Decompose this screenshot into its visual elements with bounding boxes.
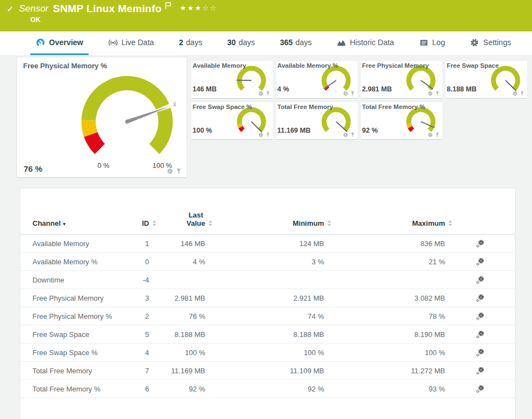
tab-settings[interactable]: Settings bbox=[464, 31, 517, 55]
gauge-title: Total Free Memory % bbox=[362, 104, 425, 110]
channel-settings-icon[interactable] bbox=[475, 348, 485, 357]
table-row-available-memory: Available Memory1146 MB124 MB836 MB bbox=[20, 235, 515, 253]
channel-name[interactable]: Free Swap Space % bbox=[20, 349, 119, 357]
channel-settings-icon[interactable] bbox=[475, 239, 485, 248]
channel-settings-icon[interactable] bbox=[475, 384, 485, 394]
tab-historic-data[interactable]: Historic Data bbox=[331, 31, 399, 55]
tab-label: Live Data bbox=[122, 38, 154, 47]
tab-label: days bbox=[239, 38, 255, 47]
channel-settings-icon[interactable] bbox=[475, 312, 485, 321]
gear-icon bbox=[470, 38, 479, 47]
maximum-value: 3.082 MB bbox=[324, 294, 445, 302]
gauge-title: Available Memory % bbox=[277, 62, 338, 69]
tab-days[interactable]: 2days bbox=[173, 31, 207, 55]
priority-star-rating[interactable]: ★★★☆☆ bbox=[180, 4, 217, 12]
tab-label: days bbox=[186, 38, 202, 47]
channel-settings-icon[interactable] bbox=[475, 293, 485, 303]
sort-direction-icon: ▾ bbox=[63, 221, 65, 227]
channel-name[interactable]: Available Memory bbox=[20, 240, 119, 248]
gauge-cell-free-swap-space: Free Swap Space8.188 MB bbox=[446, 61, 527, 99]
gauge-pin-icon[interactable] bbox=[350, 91, 355, 96]
row-actions bbox=[445, 311, 515, 320]
column-header-id[interactable]: ID bbox=[119, 219, 149, 227]
column-header-minimum[interactable]: Minimum bbox=[205, 219, 324, 227]
gauge-title: Total Free Memory bbox=[277, 104, 333, 110]
table-row-total-free-memory-: Total Free Memory %692 %92 %93 % bbox=[20, 380, 515, 398]
row-actions bbox=[445, 238, 515, 248]
tab-label: Settings bbox=[483, 38, 511, 47]
gauge-pin-icon[interactable] bbox=[175, 168, 182, 175]
channel-id: 2 bbox=[119, 312, 149, 320]
gauge-settings-gear-icon[interactable] bbox=[258, 91, 264, 96]
channel-id: 0 bbox=[119, 258, 149, 266]
gauge-settings-gear-icon[interactable] bbox=[258, 132, 264, 138]
gauge-settings-gear-icon[interactable] bbox=[343, 132, 348, 138]
gauge-cell-available-memory-: Available Memory %4 % bbox=[276, 61, 358, 99]
channel-name[interactable]: Total Free Memory % bbox=[20, 385, 119, 393]
column-label: LastValue bbox=[187, 211, 205, 227]
column-label: Channel bbox=[32, 219, 61, 227]
sort-caret-icon bbox=[151, 220, 157, 227]
column-header-last-value[interactable]: LastValue bbox=[149, 211, 205, 227]
channel-name[interactable]: Available Memory % bbox=[20, 258, 119, 266]
channel-settings-icon[interactable] bbox=[475, 257, 485, 266]
channel-gauge-grid: Available Memory146 MBAvailable Memory %… bbox=[191, 61, 527, 140]
channel-name[interactable]: Free Physical Memory % bbox=[20, 312, 119, 320]
gauge-settings-gear-icon[interactable] bbox=[427, 132, 433, 138]
gauge-value: 2.981 MB bbox=[362, 85, 392, 93]
maximum-value: 100 % bbox=[324, 349, 445, 357]
channel-id: 4 bbox=[119, 349, 149, 357]
gauge-pin-icon[interactable] bbox=[519, 91, 525, 96]
channel-name[interactable]: Downtime bbox=[20, 276, 119, 284]
gauge-pin-icon[interactable] bbox=[435, 91, 440, 96]
tab-days[interactable]: 30days bbox=[222, 31, 260, 55]
average-marker: x̄ bbox=[173, 101, 177, 108]
channel-name[interactable]: Free Physical Memory bbox=[20, 294, 119, 302]
gauge-settings-gear-icon[interactable] bbox=[343, 91, 348, 96]
channel-table-header: Channel▾IDLastValueMinimumMaximum bbox=[20, 188, 515, 235]
gauge-cell-available-memory: Available Memory146 MB bbox=[191, 61, 273, 99]
last-value: 8.188 MB bbox=[149, 330, 205, 339]
page-title: SNMP Linux Meminfo bbox=[53, 3, 161, 15]
channel-settings-icon[interactable] bbox=[475, 275, 485, 285]
gauge-cell-total-free-memory-: Total Free Memory %92 % bbox=[361, 102, 442, 140]
gauge-cell-total-free-memory: Total Free Memory11.169 MB bbox=[276, 102, 358, 140]
table-row-available-memory-: Available Memory %04 %3 %21 % bbox=[20, 253, 515, 271]
channel-settings-icon[interactable] bbox=[475, 366, 485, 376]
gauge-title: Free Physical Memory bbox=[362, 62, 429, 69]
tab-label: Overview bbox=[49, 38, 83, 47]
gauge-settings-gear-icon[interactable] bbox=[167, 168, 173, 175]
minimum-value: 100 % bbox=[205, 349, 324, 357]
column-label: Maximum bbox=[412, 219, 445, 227]
tab-log[interactable]: Log bbox=[414, 31, 451, 55]
column-header-maximum[interactable]: Maximum bbox=[324, 219, 445, 227]
channel-settings-icon[interactable] bbox=[475, 330, 485, 339]
gauge-icon bbox=[36, 38, 45, 47]
gauge-pin-icon[interactable] bbox=[265, 91, 271, 96]
gauge-value: 4 % bbox=[277, 85, 289, 93]
gauge-pin-icon[interactable] bbox=[265, 132, 271, 138]
tab-label: days bbox=[295, 38, 312, 47]
tab-days[interactable]: 365days bbox=[275, 31, 317, 55]
last-value: 11.169 MB bbox=[149, 367, 205, 375]
gauge-pin-icon[interactable] bbox=[350, 132, 355, 138]
channel-name[interactable]: Free Swap Space bbox=[20, 330, 119, 339]
column-header-channel[interactable]: Channel▾ bbox=[20, 219, 119, 227]
minimum-value: 8.188 MB bbox=[205, 330, 324, 339]
channel-id: 5 bbox=[119, 330, 149, 339]
gauge-settings-gear-icon[interactable] bbox=[512, 91, 518, 96]
maximum-value: 836 MB bbox=[324, 240, 445, 248]
gauge-value: 92 % bbox=[362, 127, 378, 134]
tab-live-data[interactable]: Live Data bbox=[103, 31, 160, 55]
channel-name[interactable]: Total Free Memory bbox=[20, 367, 119, 375]
flag-icon[interactable] bbox=[165, 2, 171, 12]
gauge-settings-gear-icon[interactable] bbox=[427, 91, 433, 96]
maximum-value: 93 % bbox=[324, 385, 445, 393]
gauge-scale-min: 0 % bbox=[91, 162, 116, 170]
historic-chart-icon bbox=[337, 38, 346, 47]
maximum-value: 11.272 MB bbox=[324, 367, 445, 375]
free-physical-memory-gauge bbox=[17, 65, 188, 162]
minimum-value: 124 MB bbox=[205, 240, 324, 248]
gauge-pin-icon[interactable] bbox=[435, 132, 440, 138]
tab-overview[interactable]: Overview bbox=[30, 31, 89, 55]
